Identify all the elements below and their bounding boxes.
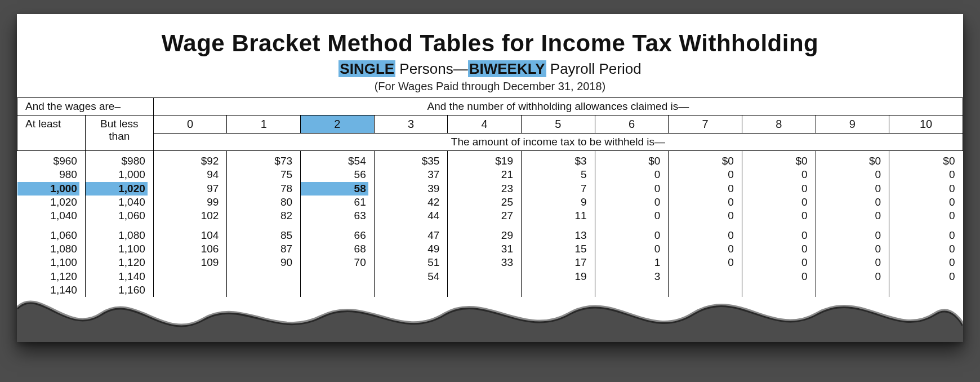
subtitle-highlight-biweekly: BIWEEKLY [468,60,546,77]
table-cell: 7 [522,182,589,196]
table-cell: 0 [889,209,957,223]
table-cell: $35 [375,154,442,168]
table-cell [227,270,295,283]
date-line: (For Wages Paid through December 31, 201… [28,80,952,93]
table-cell: 0 [742,209,810,223]
table-cell: 0 [816,229,884,242]
table-cell: 87 [227,242,295,256]
table-cell: 61 [301,196,368,209]
table-cell: 70 [301,256,368,269]
table-cell: 1,080 [86,229,148,242]
table-cell: 23 [448,182,515,196]
table-cell: $960 [17,154,79,168]
header-allowance-9: 9 [816,116,889,134]
table-cell: 0 [742,182,810,196]
table-cell: 0 [742,242,810,256]
table-cell: 0 [669,209,736,223]
col-allowance-3: $353739424447495154 [374,151,448,297]
header-wages-label: And the wages are– [17,98,154,116]
table-cell: 0 [889,242,957,256]
table-cell: 90 [227,256,295,269]
table-cell: 0 [742,256,810,269]
table-cell: 78 [227,182,295,196]
table-cell: 0 [889,270,957,283]
table-cell: $0 [669,154,736,168]
table-cell: 0 [669,182,736,196]
table-cell [448,283,515,297]
table-cell: 0 [889,196,957,209]
header-allowance-3: 3 [374,116,448,134]
table-cell: 54 [375,270,442,283]
table-cell: $0 [742,154,810,168]
table-cell: 19 [522,270,589,283]
table-cell: 0 [816,182,884,196]
table-cell: 9 [522,196,589,209]
table-cell: $54 [301,154,368,168]
table-cell: 0 [669,196,736,209]
table-cell [301,270,368,283]
table-cell: $19 [448,154,515,168]
table-cell [522,283,589,297]
table-cell: 68 [301,242,368,256]
col-allowance-6: $000000013 [595,151,669,297]
table-cell: 5 [522,168,589,181]
table-cell: 75 [227,168,295,181]
table-cell: $0 [816,154,884,168]
table-cell: 13 [522,229,589,242]
table-cell [154,270,221,283]
header-allowance-0: 0 [153,116,227,134]
table-cell: 0 [816,196,884,209]
table-cell: 1,040 [17,209,79,223]
table-cell: 17 [522,256,589,269]
table-cell [375,283,442,297]
table-cell [301,283,368,297]
header-allowance-10: 10 [889,116,963,134]
table-cell: 11 [522,209,589,223]
table-cell: 58 [301,182,368,196]
withholding-table: And the wages are– And the number of wit… [17,97,963,297]
table-cell: 37 [375,168,442,181]
table-cell [227,283,295,297]
col-allowance-8: $000000000 [742,151,816,297]
table-cell: 33 [448,256,515,269]
table-cell: 97 [154,182,221,196]
table-cell: 0 [816,168,884,181]
table-cell: 63 [301,209,368,223]
table-cell: 0 [889,168,957,181]
table-cell: $0 [595,154,663,168]
header-allowance-6: 6 [595,116,669,134]
header-allowance-2: 2 [301,116,375,134]
table-cell [595,283,663,297]
col-but-less-than: $9801,0001,0201,0401,0601,0801,1001,1201… [85,151,153,297]
table-cell: 0 [595,182,663,196]
table-cell: 109 [154,256,221,269]
table-cell: 104 [154,229,221,242]
header-at-least: At least [17,116,86,151]
table-cell: 1,080 [17,242,79,256]
table-cell [669,283,736,297]
table-cell: 0 [816,209,884,223]
header-allowance-5: 5 [521,116,595,134]
table-cell: 0 [816,256,884,269]
table-cell: 1,060 [86,209,148,223]
table-cell: 0 [669,168,736,181]
table-cell: 15 [522,242,589,256]
table-cell: 56 [301,168,368,181]
table-cell: 0 [595,229,663,242]
header-amount-label: The amount of income tax to be withheld … [153,134,963,151]
table-cell: 0 [669,256,736,269]
table-cell: 44 [375,209,442,223]
table-cell: $3 [522,154,589,168]
table-cell: 1,100 [86,242,148,256]
table-cell: 66 [301,229,368,242]
table-cell: 0 [742,168,810,181]
table-cell: 0 [816,270,884,283]
table-cell [816,283,884,297]
table-cell: 47 [375,229,442,242]
table-cell: 27 [448,209,515,223]
table-cell: $0 [889,154,957,168]
table-cell: 0 [595,209,663,223]
table-cell: 39 [375,182,442,196]
col-at-least: $9609801,0001,0201,0401,0601,0801,1001,1… [17,151,86,297]
page-subtitle: SINGLE Persons—BIWEEKLY Payroll Period [28,60,952,78]
